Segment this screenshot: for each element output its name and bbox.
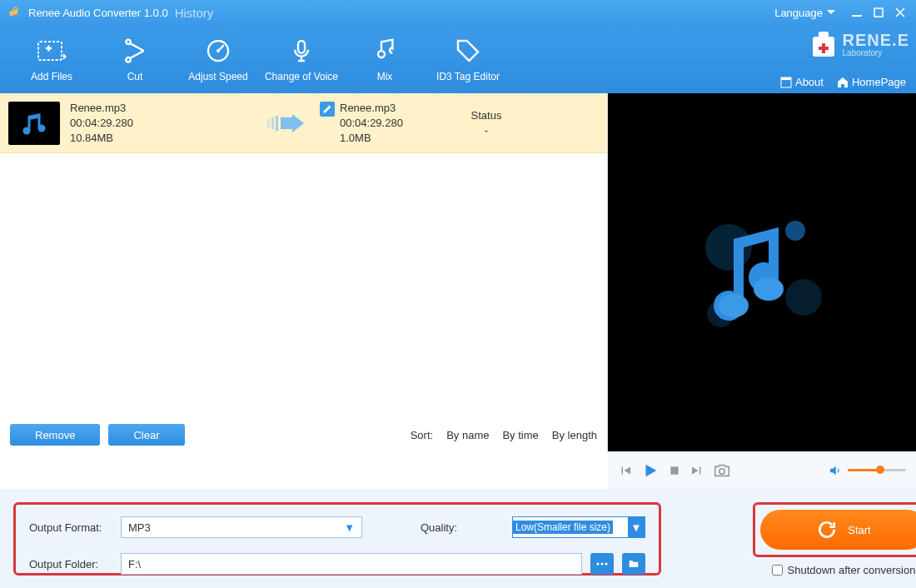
svg-rect-1: [874, 8, 883, 17]
toolbar-label: Cut: [127, 71, 143, 82]
close-button[interactable]: [891, 3, 909, 22]
start-label: Start: [848, 524, 870, 536]
svg-point-13: [705, 224, 752, 271]
status-value: -: [453, 123, 520, 138]
prev-button[interactable]: [618, 463, 633, 478]
tag-icon: [453, 36, 483, 66]
shutdown-checkbox[interactable]: [772, 565, 783, 576]
toolbar-label: Mix: [377, 71, 393, 82]
remove-button[interactable]: Remove: [10, 424, 100, 446]
svg-rect-2: [38, 42, 62, 60]
svg-rect-10: [267, 119, 270, 127]
edit-output-button[interactable]: [320, 102, 335, 117]
volume-slider[interactable]: [848, 469, 906, 471]
doctor-bag-icon: [809, 28, 838, 60]
toolbar-label: Change of Voice: [265, 71, 338, 82]
output-duration: 00:04:29.280: [340, 116, 403, 131]
clear-button[interactable]: Clear: [108, 424, 184, 446]
file-thumbnail: [8, 102, 60, 145]
start-button-frame: Start: [753, 502, 916, 557]
next-button[interactable]: [689, 463, 704, 478]
svg-point-16: [785, 221, 805, 241]
output-size: 1.0MB: [340, 131, 403, 146]
output-filename: Renee.mp3: [340, 101, 403, 116]
svg-rect-9: [781, 77, 791, 80]
chevron-down-icon: [826, 7, 836, 17]
cut-button[interactable]: Cut: [93, 29, 177, 89]
output-folder-label: Output Folder:: [29, 558, 112, 571]
svg-rect-11: [271, 117, 274, 129]
quality-label: Quality:: [421, 521, 504, 534]
toolbar: Add Files Cut Adjust Speed Change of Voi…: [0, 25, 916, 93]
minimize-button[interactable]: [848, 3, 866, 22]
adjust-speed-button[interactable]: Adjust Speed: [177, 29, 260, 89]
file-status: Status -: [453, 108, 520, 138]
svg-point-18: [754, 277, 784, 301]
svg-rect-5: [298, 41, 305, 53]
about-link[interactable]: About: [780, 76, 824, 88]
svg-rect-12: [276, 116, 278, 131]
quality-value: Low(Smaller file size): [513, 521, 613, 534]
scissors-icon: [120, 36, 150, 66]
maximize-button[interactable]: [869, 3, 888, 22]
output-folder-input[interactable]: [121, 553, 582, 575]
shutdown-label: Shutdown after conversion: [788, 564, 916, 576]
volume-icon[interactable]: [828, 463, 843, 478]
sort-controls: Sort: By name By time By length: [411, 429, 597, 441]
file-row[interactable]: Renee.mp3 00:04:29.280 10.84MB Renee.mp3…: [0, 93, 607, 153]
sort-by-time[interactable]: By time: [502, 429, 538, 441]
sort-by-name[interactable]: By name: [446, 429, 489, 441]
sort-by-length[interactable]: By length: [552, 429, 597, 441]
brand-text: RENE.E: [843, 31, 909, 49]
toolbar-label: ID3 Tag Editor: [436, 71, 500, 82]
add-files-button[interactable]: Add Files: [10, 29, 93, 89]
history-link[interactable]: History: [175, 6, 214, 20]
play-button[interactable]: [641, 461, 660, 480]
sort-label: Sort:: [411, 429, 433, 441]
source-filename: Renee.mp3: [70, 101, 253, 116]
music-note-icon: [679, 189, 845, 356]
snapshot-button[interactable]: [713, 461, 731, 480]
svg-point-14: [785, 279, 822, 316]
microphone-icon: [286, 36, 316, 66]
change-voice-button[interactable]: Change of Voice: [260, 29, 343, 89]
preview-panel: [608, 93, 916, 451]
chevron-down-icon: ▼: [628, 517, 645, 537]
svg-point-22: [601, 563, 604, 566]
refresh-icon: [816, 519, 838, 541]
svg-rect-19: [670, 466, 678, 474]
language-label: Language: [774, 7, 823, 19]
source-duration: 00:04:29.280: [70, 116, 253, 131]
homepage-link[interactable]: HomePage: [837, 76, 906, 88]
titlebar: Renee Audio Converter 1.0.0 History Lang…: [0, 0, 916, 25]
dots-icon: [595, 561, 609, 566]
svg-rect-7: [819, 32, 829, 38]
quality-select[interactable]: Low(Smaller file size) ▼: [512, 516, 645, 538]
folder-icon: [627, 558, 640, 570]
id3-tag-button[interactable]: ID3 Tag Editor: [426, 29, 510, 89]
output-format-select[interactable]: MP3 ▼: [121, 516, 362, 538]
svg-point-4: [217, 49, 220, 52]
chevron-down-icon: ▼: [344, 521, 355, 534]
svg-point-21: [597, 563, 600, 566]
more-button[interactable]: [590, 553, 614, 575]
arrow-icon: [253, 111, 320, 136]
mix-button[interactable]: Mix: [343, 29, 426, 89]
app-title: Renee Audio Converter 1.0.0: [28, 7, 168, 19]
output-settings-box: Output Format: MP3 ▼ Quality: Low(Smalle…: [13, 502, 661, 576]
player-controls: [608, 451, 916, 489]
add-files-icon: [37, 36, 67, 66]
start-button[interactable]: Start: [760, 510, 916, 550]
brand-logo: RENE.ELaboratory: [809, 28, 909, 60]
browse-folder-button[interactable]: [622, 553, 645, 575]
language-dropdown[interactable]: Language: [774, 7, 836, 19]
shutdown-checkbox-row[interactable]: Shutdown after conversion: [772, 564, 916, 576]
home-icon: [837, 77, 849, 88]
svg-point-17: [719, 294, 749, 317]
source-file-info: Renee.mp3 00:04:29.280 10.84MB: [70, 101, 253, 146]
output-format-value: MP3: [128, 521, 151, 534]
svg-point-23: [605, 563, 608, 566]
output-format-label: Output Format:: [29, 521, 112, 534]
svg-point-20: [719, 468, 724, 473]
stop-button[interactable]: [668, 464, 681, 477]
